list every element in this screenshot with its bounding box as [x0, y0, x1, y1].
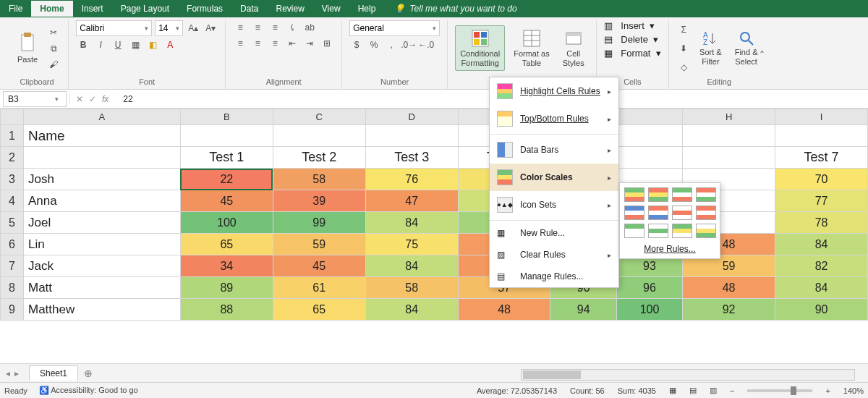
zoom-in-button[interactable]: + — [825, 386, 830, 395]
table-row[interactable]: 6Lin655975484884 — [1, 234, 868, 255]
table-row[interactable]: 3Josh2258767670 — [1, 169, 868, 190]
decrease-indent-button[interactable]: ⇤ — [285, 36, 299, 51]
cf-top-bottom[interactable]: Top/Bottom Rules▸ — [490, 105, 618, 132]
color-scale-swatch[interactable] — [648, 206, 668, 220]
color-scale-swatch[interactable] — [672, 206, 692, 220]
tab-insert[interactable]: Insert — [73, 1, 112, 17]
italic-button[interactable]: I — [93, 38, 108, 52]
clear-button[interactable]: ◇ — [676, 60, 691, 75]
align-top-button[interactable]: ≡ — [233, 20, 247, 35]
zoom-level[interactable]: 140% — [843, 386, 864, 395]
horizontal-scrollbar[interactable] — [521, 369, 855, 381]
zoom-out-button[interactable]: − — [730, 386, 734, 395]
enter-icon[interactable]: ✓ — [89, 94, 96, 104]
color-scale-swatch[interactable] — [648, 187, 668, 202]
cell-styles-button[interactable]: Cell Styles — [558, 26, 589, 69]
comma-button[interactable]: , — [384, 38, 399, 52]
currency-button[interactable]: $ — [349, 38, 364, 52]
table-row[interactable]: 5Joel10099849278 — [1, 212, 868, 234]
underline-button[interactable]: U — [111, 38, 125, 52]
wrap-text-button[interactable]: ab — [302, 20, 317, 35]
decrease-decimal-button[interactable]: ←.0 — [419, 38, 433, 52]
sheet-nav-prev[interactable]: ◂ — [6, 368, 10, 378]
table-row[interactable]: 7Jack3445844645935982 — [1, 255, 868, 277]
font-size-combo[interactable]: ▾ — [155, 20, 183, 36]
cf-color-scales[interactable]: Color Scales▸ — [490, 164, 618, 191]
color-scale-swatch[interactable] — [624, 224, 644, 238]
delete-cells-button[interactable]: ▤ Delete ▾ — [604, 34, 659, 45]
font-color-button[interactable]: A — [163, 38, 177, 52]
format-as-table-button[interactable]: Format as Table — [509, 26, 554, 69]
view-normal-button[interactable]: ▦ — [669, 386, 676, 395]
color-scale-swatch[interactable] — [624, 187, 644, 202]
align-left-button[interactable]: ≡ — [233, 36, 247, 51]
color-scale-swatch[interactable] — [624, 206, 644, 220]
align-right-button[interactable]: ≡ — [268, 36, 282, 51]
color-scale-swatch[interactable] — [672, 187, 692, 202]
color-scale-swatch[interactable] — [696, 224, 716, 238]
cf-data-bars[interactable]: Data Bars▸ — [490, 136, 618, 164]
format-painter-button[interactable]: 🖌 — [46, 57, 61, 72]
cf-icon-sets[interactable]: ●▲◆ Icon Sets▸ — [490, 191, 618, 219]
formula-value[interactable]: 22 — [114, 94, 132, 104]
copy-button[interactable]: ⧉ — [46, 41, 61, 56]
cf-clear-rules[interactable]: ▨Clear Rules▸ — [490, 244, 618, 266]
sheet-nav-next[interactable]: ▸ — [14, 368, 19, 378]
orientation-button[interactable]: ⤹ — [285, 20, 299, 35]
fill-button[interactable]: ⬇ — [676, 41, 691, 56]
collapse-ribbon-button[interactable]: ˄ — [760, 49, 765, 61]
align-middle-button[interactable]: ≡ — [250, 20, 265, 35]
align-center-button[interactable]: ≡ — [250, 36, 265, 51]
conditional-formatting-button[interactable]: Conditional Formatting — [455, 25, 505, 70]
table-row[interactable]: 9Matthew88658448941009290 — [1, 299, 868, 321]
color-scale-swatch[interactable] — [696, 206, 716, 220]
fill-color-button[interactable]: ◧ — [145, 38, 160, 52]
tab-review[interactable]: Review — [267, 1, 312, 17]
tab-page-layout[interactable]: Page Layout — [112, 1, 178, 17]
color-scale-swatch[interactable] — [696, 187, 716, 202]
align-bottom-button[interactable]: ≡ — [268, 20, 282, 35]
color-scale-swatch[interactable] — [672, 224, 692, 238]
find-select-button[interactable]: Find & Select — [731, 27, 762, 68]
percent-button[interactable]: % — [367, 38, 381, 52]
tab-view[interactable]: View — [313, 1, 349, 17]
table-row[interactable]: 4Anna4539478377 — [1, 190, 868, 212]
font-name-combo[interactable]: ▾ — [76, 20, 152, 36]
add-sheet-button[interactable]: ⊕ — [84, 368, 93, 379]
tab-file[interactable]: File — [0, 1, 31, 17]
accessibility-status[interactable]: ♿ Accessibility: Good to go — [39, 386, 138, 395]
decrease-font-button[interactable]: A▾ — [203, 21, 218, 35]
worksheet-grid[interactable]: ABCDEHI 1NameR2Test 1Test 2Test 3Test 4T… — [0, 109, 868, 321]
cancel-icon[interactable]: ✕ — [76, 94, 83, 104]
bold-button[interactable]: B — [76, 38, 90, 52]
number-format-combo[interactable]: ▾ — [349, 20, 440, 36]
tab-data[interactable]: Data — [231, 1, 267, 17]
color-scales-more-rules[interactable]: More Rules... — [624, 238, 715, 254]
cf-manage-rules[interactable]: ▤Manage Rules... — [490, 266, 618, 287]
tell-me-search[interactable]: 💡 Tell me what you want to do — [394, 4, 516, 14]
table-row[interactable]: 8Matt8961585790964884 — [1, 277, 868, 299]
increase-decimal-button[interactable]: .0→ — [401, 38, 416, 52]
tab-help[interactable]: Help — [349, 1, 385, 17]
zoom-slider[interactable] — [747, 389, 812, 392]
view-page-break-button[interactable]: ▥ — [710, 386, 717, 395]
cf-new-rule[interactable]: ▦New Rule... — [490, 222, 618, 244]
increase-font-button[interactable]: A▴ — [186, 21, 200, 35]
insert-cells-button[interactable]: ▥ Insert ▾ — [604, 20, 655, 31]
sort-filter-button[interactable]: AZ Sort & Filter — [695, 27, 726, 68]
format-cells-button[interactable]: ▦ Format ▾ — [604, 48, 661, 59]
color-scale-swatch[interactable] — [648, 224, 668, 238]
increase-indent-button[interactable]: ⇥ — [302, 36, 317, 51]
cf-highlight-cells[interactable]: Highlight Cells Rules▸ — [490, 77, 618, 105]
paste-button[interactable]: Paste — [13, 29, 42, 67]
autosum-button[interactable]: Σ — [676, 22, 691, 37]
cut-button[interactable]: ✂ — [46, 25, 61, 40]
tab-formulas[interactable]: Formulas — [178, 1, 231, 17]
tab-home[interactable]: Home — [31, 1, 72, 17]
border-button[interactable]: ▦ — [128, 38, 142, 52]
name-box[interactable]: B3▾ — [3, 91, 67, 107]
column-headers[interactable]: ABCDEHI — [1, 109, 868, 125]
view-page-layout-button[interactable]: ▤ — [689, 386, 697, 395]
sheet-tab-1[interactable]: Sheet1 — [29, 365, 78, 381]
fx-icon[interactable]: fx — [102, 94, 109, 104]
